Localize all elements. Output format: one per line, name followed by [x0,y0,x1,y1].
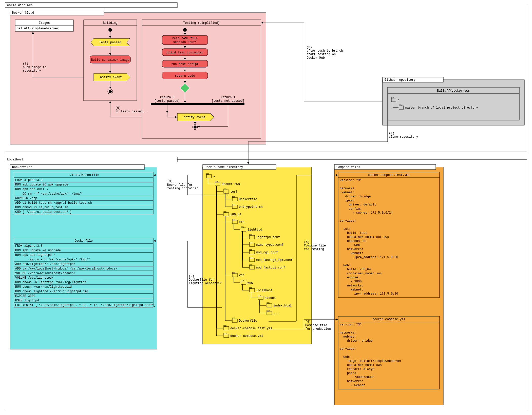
svg-text:RUN touch /var/run/lighttpd.pi: RUN touch /var/run/lighttpd.pid [15,285,72,289]
svg-point-47 [194,126,197,129]
svg-text:return code: return code [175,74,195,78]
svg-text:ADD ci_build_test.sh /app/ci_b: ADD ci_build_test.sh /app/ci_build_test.… [15,201,92,205]
svg-text:webnet:: webnet: [340,252,364,255]
svg-point-20 [109,90,112,93]
svg-text:mod_cgi.conf: mod_cgi.conf [256,251,278,254]
svg-text:CMD [ "/app/ci_build_test.sh" : CMD [ "/app/ci_build_test.sh" ] [15,210,72,214]
svg-text:FROM alpine:3.8: FROM alpine:3.8 [15,178,43,182]
svg-text:mod_fastcgi_fpm.conf: mod_fastcgi_fpm.conf [256,258,293,262]
svg-text:section "sut": section "sut" [173,40,197,44]
svg-text:entrypoint.sh: entrypoint.sh [239,205,263,209]
svg-text:RUN apk update && upgrade: RUN apk update && upgrade [15,249,61,252]
svg-text:webnet:: webnet: [340,191,354,194]
svg-text:mod_fastcgi.conf: mod_fastcgi.conf [256,266,285,269]
svg-text:notify event: notify event [100,76,122,79]
svg-text:read YAML file: read YAML file [172,37,198,40]
svg-text:web:: web: [340,264,351,267]
svg-text:container_name: sut_sws: container_name: sut_sws [340,235,389,239]
svg-text:services:: services: [340,347,356,351]
svg-text:docker-compose.test.yml: docker-compose.test.yml [368,173,410,177]
docker-cloud-title: Docker Cloud [12,11,34,15]
homedir-title: User's home directory [205,165,243,169]
svg-text:container_name: sws: container_name: sws [340,363,382,367]
svg-text:config:: config: [340,207,362,211]
svg-text:lighttpd: lighttpd [248,228,262,232]
svg-text:...: ... [273,312,279,315]
compose-files-frame: Compose files docker-compose.test.ymlver… [334,164,443,405]
svg-text:RUN apk add lighttpd \: RUN apk add lighttpd \ [15,253,55,257]
svg-text:notify event: notify event [184,116,205,119]
svg-text:restart: always: restart: always [340,367,374,371]
svg-text:test: test [230,190,238,194]
svg-text:webnet:: webnet: [340,288,364,292]
svg-text:RUN apk update && apk upgrade: RUN apk update && apk upgrade [15,183,68,186]
svg-text:RUN apk add curl \: RUN apk add curl \ [15,188,48,191]
svg-text:RUN chown lighttpd /var/run/li: RUN chown lighttpd /var/run/lighttpd.pid [15,290,88,293]
svg-text:EXPOSE 3000: EXPOSE 3000 [15,294,35,298]
svg-text:- subnet: 171.5.0.0/24: - subnet: 171.5.0.0/24 [340,211,393,215]
svg-text:docker-compose.test.yml: docker-compose.test.yml [230,327,272,330]
svg-text:[tests not passed]: [tests not passed] [212,99,244,103]
svg-text:networks:: networks: [340,187,356,190]
svg-text:version: "3": version: "3" [340,179,362,182]
svg-text:networks:: networks: [340,380,364,383]
www-title: World Wide Web [7,4,33,7]
svg-text:networks:: networks: [340,331,356,335]
svg-text:RUN chown -R lighttpd /var/log: RUN chown -R lighttpd /var/log/lighttpd [15,281,86,284]
architecture-diagram: World Wide Web Docker Cloud Images ballu… [0,0,532,415]
svg-text:localhost: localhost [256,289,273,292]
svg-point-23 [183,28,187,32]
svg-rect-36 [151,103,244,105]
svg-text:container_name: sws: container_name: sws [340,272,382,275]
svg-text:(3)Dockerfile fortesting conta: (3)Dockerfile fortesting container [167,180,198,190]
svg-rect-61 [5,157,177,162]
images-item: balluff/simplewebserver [17,27,59,30]
svg-text:depends_on:: depends_on: [340,239,367,243]
svg-text:www: www [248,281,253,285]
testing-title: Testing (simplified) [183,21,220,25]
svg-text:build test container: build test container [167,51,203,54]
building-notify-node: notify event [94,73,130,81]
svg-text:build: x86_64: build: x86_64 [340,268,371,271]
svg-text:lighttpd.conf: lighttpd.conf [256,236,280,239]
svg-text:expose:: expose: [340,276,360,279]
svg-text:Dockerfile: Dockerfile [74,239,93,243]
svg-text:- webnet: - webnet [340,384,365,387]
svg-text:Dockerfile: Dockerfile [239,319,257,323]
github-title: Github repository [385,78,415,82]
svg-text:web:: web: [340,355,351,359]
svg-text:ADD etc/lighttpd/* /etc/lightt: ADD etc/lighttpd/* /etc/lighttpd/ [15,262,75,266]
svg-text:[tests passed]: [tests passed] [155,99,180,103]
svg-text:ENTRYPOINT [ "/usr/sbin/lightt: ENTRYPOINT [ "/usr/sbin/lighttpd", "-D",… [15,303,156,307]
svg-text:docker-compose.yml: docker-compose.yml [230,334,263,338]
localhost-title: Localhost [7,158,24,161]
branch-pass-label: return 0 [160,96,175,99]
svg-text:./test/Dockerfile: ./test/Dockerfile [68,173,99,177]
svg-text:(5)after push to branchstart t: (5)after push to branchstart testing onD… [307,46,343,60]
svg-text:FROM alpine:3.8: FROM alpine:3.8 [15,244,43,248]
svg-text:webnet:: webnet: [340,335,356,339]
svg-text:ipv4_address: 171.5.0.20: ipv4_address: 171.5.0.20 [340,256,398,259]
svg-text:driver: default: driver: default [340,203,376,206]
svg-text:master branch of local project: master branch of local project directory [405,106,478,110]
svg-rect-48 [383,80,524,125]
svg-text:- web: - web [340,243,360,247]
svg-text:RUN chmod +x ci_build_test.sh: RUN chmod +x ci_build_test.sh [15,206,68,209]
svg-text:ADD var/www/localhost/htdocs/ : ADD var/www/localhost/htdocs/ /var/www/l… [15,267,117,271]
svg-rect-112 [203,167,312,344]
home-directory-frame: User's home directory ~docker-swstestDoc… [203,164,312,344]
svg-point-8 [108,28,112,32]
images-title: Images [39,21,50,25]
svg-text:var: var [239,274,244,277]
compose-title: Compose files [336,165,360,169]
svg-text:WORKDIR /app: WORKDIR /app [15,197,37,200]
github-repo-frame: Github repository Balluff/docker-sws / m… [383,77,524,125]
svg-text:- 3000: - 3000 [340,280,362,283]
svg-text:ipv4_address: 171.5.0.10: ipv4_address: 171.5.0.10 [340,292,398,296]
svg-text:(5)Compose filefor testing: (5)Compose filefor testing [304,240,326,251]
svg-text:driver: bridge: driver: bridge [340,195,371,198]
svg-text:Tests passed: Tests passed [99,41,121,44]
svg-text:x86_64: x86_64 [230,213,241,216]
tests-passed-flag: Tests passed [91,38,130,46]
svg-text:(4)Compose filefor production: (4)Compose filefor production [305,320,331,331]
